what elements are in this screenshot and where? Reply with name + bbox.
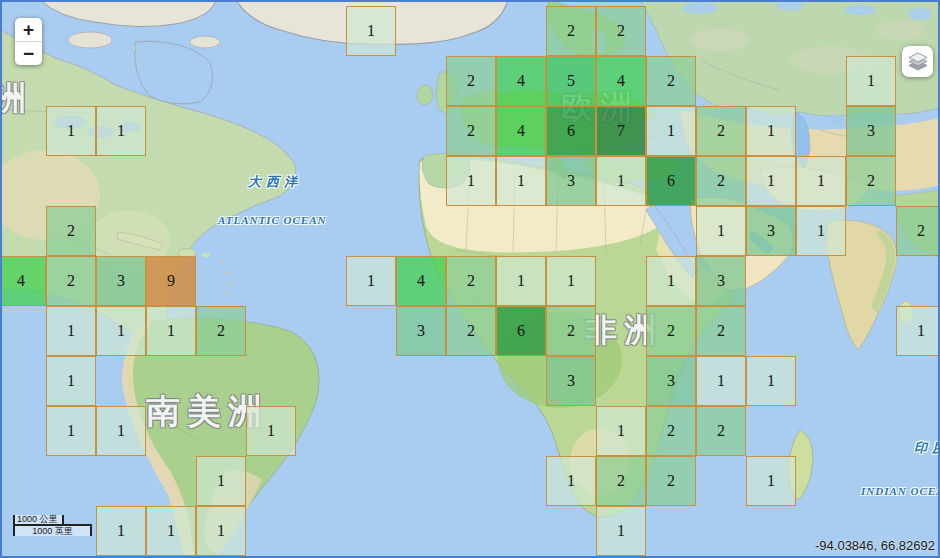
cluster-cell[interactable]: 1: [46, 356, 96, 406]
cluster-cell[interactable]: 1: [696, 206, 746, 256]
cluster-cell[interactable]: 2: [196, 306, 246, 356]
cluster-cell[interactable]: 1: [596, 156, 646, 206]
cluster-cell[interactable]: 1: [246, 406, 296, 456]
cluster-cell[interactable]: 1: [646, 256, 696, 306]
cluster-count: 1: [67, 422, 75, 440]
cluster-cell[interactable]: 1: [746, 156, 796, 206]
cluster-cell[interactable]: 2: [646, 56, 696, 106]
cluster-cell[interactable]: 1: [746, 356, 796, 406]
cluster-cell[interactable]: 3: [846, 106, 896, 156]
cluster-cell[interactable]: 1: [746, 456, 796, 506]
cluster-cell[interactable]: 9: [146, 256, 196, 306]
cluster-cell[interactable]: 1: [46, 406, 96, 456]
layers-icon: [908, 52, 928, 71]
cluster-cell[interactable]: 7: [596, 106, 646, 156]
cluster-count: 1: [117, 322, 125, 340]
cluster-count: 2: [717, 122, 725, 140]
cluster-count: 3: [767, 222, 775, 240]
cluster-count: 2: [717, 322, 725, 340]
cluster-cell[interactable]: 2: [446, 256, 496, 306]
cluster-cell[interactable]: 1: [346, 6, 396, 56]
cluster-cell[interactable]: 4: [496, 106, 546, 156]
cluster-cell[interactable]: 2: [446, 56, 496, 106]
cluster-cell[interactable]: 2: [696, 106, 746, 156]
cluster-cell[interactable]: 1: [196, 506, 246, 556]
cluster-cell[interactable]: 2: [46, 256, 96, 306]
cluster-cell[interactable]: 2: [846, 156, 896, 206]
cluster-cell[interactable]: 2: [446, 106, 496, 156]
cluster-cell[interactable]: 1: [496, 156, 546, 206]
cluster-count: 1: [667, 272, 675, 290]
cluster-count: 1: [517, 272, 525, 290]
cluster-cell[interactable]: 3: [396, 306, 446, 356]
cluster-cell[interactable]: 2: [596, 6, 646, 56]
cluster-cell[interactable]: 6: [496, 306, 546, 356]
cluster-cell[interactable]: 2: [646, 456, 696, 506]
cluster-count: 1: [217, 472, 225, 490]
cluster-cell[interactable]: 3: [696, 256, 746, 306]
cluster-count: 1: [67, 122, 75, 140]
cluster-count: 2: [667, 72, 675, 90]
cluster-cell[interactable]: 1: [96, 106, 146, 156]
cluster-count: 1: [717, 222, 725, 240]
layers-control[interactable]: [902, 46, 933, 77]
cluster-cell[interactable]: 1: [596, 506, 646, 556]
cluster-cell[interactable]: 1: [196, 456, 246, 506]
cluster-cell[interactable]: 1: [46, 106, 96, 156]
cluster-cell[interactable]: 3: [546, 356, 596, 406]
cluster-count: 2: [217, 322, 225, 340]
cluster-count: 1: [917, 322, 925, 340]
cluster-cell[interactable]: 2: [696, 156, 746, 206]
cluster-cell[interactable]: 2: [446, 306, 496, 356]
cluster-cell[interactable]: 1: [596, 406, 646, 456]
cluster-cell[interactable]: 2: [646, 406, 696, 456]
cluster-cell[interactable]: 2: [896, 206, 940, 256]
cluster-cell[interactable]: 6: [646, 156, 696, 206]
cluster-cell[interactable]: 1: [146, 506, 196, 556]
cluster-cell[interactable]: 2: [646, 306, 696, 356]
cluster-cell[interactable]: 1: [446, 156, 496, 206]
cluster-cell[interactable]: 1: [96, 406, 146, 456]
cluster-cell[interactable]: 3: [746, 206, 796, 256]
cluster-cell[interactable]: 1: [546, 256, 596, 306]
cluster-cell[interactable]: 1: [46, 306, 96, 356]
cluster-cell[interactable]: 2: [546, 6, 596, 56]
cluster-cell[interactable]: 1: [96, 306, 146, 356]
cluster-cell[interactable]: 1: [146, 306, 196, 356]
cluster-cell[interactable]: 4: [496, 56, 546, 106]
cluster-cell[interactable]: 2: [696, 306, 746, 356]
cluster-cell[interactable]: 5: [546, 56, 596, 106]
cluster-cell[interactable]: 1: [96, 506, 146, 556]
cluster-cell[interactable]: 1: [346, 256, 396, 306]
cluster-count: 1: [717, 372, 725, 390]
cluster-cell[interactable]: 1: [646, 106, 696, 156]
cluster-count: 1: [367, 272, 375, 290]
cluster-count: 1: [67, 372, 75, 390]
cluster-cell[interactable]: 1: [846, 56, 896, 106]
cluster-cell[interactable]: 1: [796, 206, 846, 256]
cluster-cell[interactable]: 6: [546, 106, 596, 156]
zoom-in-button[interactable]: +: [15, 18, 42, 42]
cluster-count: 2: [467, 272, 475, 290]
zoom-out-button[interactable]: −: [15, 42, 42, 65]
map-canvas[interactable]: 北美洲欧洲非洲南美洲大西洋ATLANTIC OCEAN印度洋INDIAN OCE…: [0, 0, 940, 558]
cluster-cell[interactable]: 3: [96, 256, 146, 306]
cluster-cell[interactable]: 2: [46, 206, 96, 256]
cluster-count: 2: [467, 72, 475, 90]
cluster-cell[interactable]: 1: [546, 456, 596, 506]
cluster-cell[interactable]: 2: [696, 406, 746, 456]
cluster-count: 3: [667, 372, 675, 390]
cluster-cell[interactable]: 2: [596, 456, 646, 506]
cluster-cell[interactable]: 4: [596, 56, 646, 106]
cluster-cell[interactable]: 1: [496, 256, 546, 306]
cluster-cell[interactable]: 1: [746, 106, 796, 156]
cluster-cell[interactable]: 1: [796, 156, 846, 206]
cluster-cell[interactable]: 4: [396, 256, 446, 306]
cluster-cell[interactable]: 1: [696, 356, 746, 406]
cluster-cell[interactable]: 1: [896, 306, 940, 356]
cluster-cell[interactable]: 2: [546, 306, 596, 356]
cluster-cell[interactable]: 3: [546, 156, 596, 206]
cluster-count: 1: [617, 522, 625, 540]
cluster-cell[interactable]: 3: [646, 356, 696, 406]
cluster-cell[interactable]: 4: [0, 256, 46, 306]
